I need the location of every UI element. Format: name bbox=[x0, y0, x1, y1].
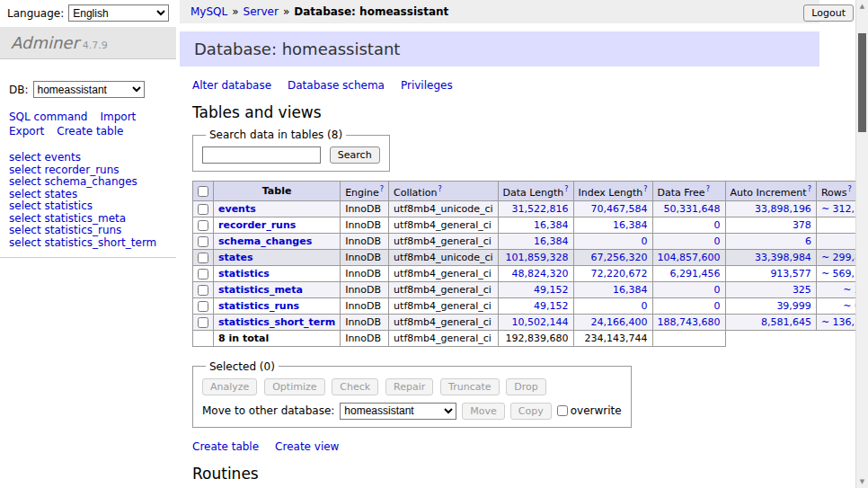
scrollbar[interactable]: ▲ ▼ bbox=[855, 0, 868, 488]
scroll-down-icon[interactable]: ▼ bbox=[856, 475, 868, 488]
data-free-link[interactable]: 50,331,648 bbox=[664, 203, 721, 215]
select-link[interactable]: select bbox=[9, 188, 41, 200]
data-free-link[interactable]: 188,743,680 bbox=[658, 316, 721, 328]
table-name-link[interactable]: events bbox=[218, 203, 256, 215]
help-icon[interactable]: ? bbox=[847, 185, 851, 193]
move-button[interactable]: Move bbox=[462, 403, 505, 420]
search-button[interactable]: Search bbox=[330, 146, 380, 164]
select-link[interactable]: select bbox=[9, 212, 41, 225]
auto-increment-link[interactable]: 8,581,645 bbox=[761, 316, 811, 328]
row-checkbox[interactable] bbox=[198, 253, 208, 263]
auto-increment-link[interactable]: 33,398,984 bbox=[755, 252, 811, 263]
index-length-link[interactable]: 72,220,672 bbox=[591, 268, 648, 279]
select-link[interactable]: select bbox=[9, 200, 41, 212]
scrollbar-thumb[interactable] bbox=[858, 33, 866, 132]
table-link[interactable]: statistics_short_term bbox=[44, 236, 156, 249]
privileges-link[interactable]: Privileges bbox=[401, 79, 453, 92]
row-checkbox[interactable] bbox=[198, 204, 208, 215]
help-icon[interactable]: ? bbox=[438, 185, 441, 193]
auto-increment-link[interactable]: 6 bbox=[805, 235, 811, 247]
alter-database-link[interactable]: Alter database bbox=[192, 79, 271, 92]
language-select[interactable]: English bbox=[68, 4, 169, 22]
table-name-link[interactable]: statistics bbox=[218, 268, 270, 279]
db-select[interactable]: homeassistant bbox=[33, 81, 145, 98]
analyze-button[interactable]: Analyze bbox=[202, 378, 257, 395]
auto-increment-link[interactable]: 378 bbox=[793, 219, 811, 231]
table-name-link[interactable]: schema_changes bbox=[218, 235, 312, 247]
row-checkbox[interactable] bbox=[198, 269, 208, 279]
database-schema-link[interactable]: Database schema bbox=[288, 79, 385, 92]
data-length-link[interactable]: 101,859,328 bbox=[506, 252, 569, 263]
help-icon[interactable]: ? bbox=[808, 185, 811, 193]
data-free-link[interactable]: 104,857,600 bbox=[658, 252, 721, 263]
breadcrumb-server-link[interactable]: Server bbox=[244, 5, 279, 18]
table-name-link[interactable]: states bbox=[218, 252, 253, 263]
data-length-link[interactable]: 49,152 bbox=[534, 284, 569, 296]
adminer-logo[interactable]: Adminer bbox=[11, 33, 79, 52]
scroll-up-icon[interactable]: ▲ bbox=[856, 0, 868, 13]
index-length-link[interactable]: 0 bbox=[642, 300, 648, 312]
table-link[interactable]: schema_changes bbox=[44, 175, 137, 188]
overwrite-checkbox[interactable] bbox=[557, 405, 568, 416]
auto-increment-link[interactable]: 325 bbox=[793, 284, 811, 296]
copy-button[interactable]: Copy bbox=[510, 403, 552, 420]
help-icon[interactable]: ? bbox=[564, 185, 568, 193]
index-length-link[interactable]: 16,384 bbox=[613, 219, 648, 231]
truncate-button[interactable]: Truncate bbox=[440, 378, 499, 395]
help-icon[interactable]: ? bbox=[643, 185, 647, 193]
data-free-link[interactable]: 0 bbox=[714, 235, 721, 247]
table-link[interactable]: events bbox=[44, 151, 80, 164]
index-length-link[interactable]: 0 bbox=[642, 235, 648, 247]
import-link[interactable]: Import bbox=[100, 111, 136, 123]
breadcrumb-mysql-link[interactable]: MySQL bbox=[190, 5, 227, 18]
select-link[interactable]: select bbox=[9, 151, 41, 164]
select-link[interactable]: select bbox=[9, 224, 41, 236]
data-length-link[interactable]: 10,502,144 bbox=[512, 316, 569, 328]
table-link[interactable]: states bbox=[44, 188, 77, 200]
index-length-link[interactable]: 67,256,320 bbox=[591, 252, 648, 263]
data-free-link[interactable]: 0 bbox=[714, 219, 721, 231]
create-table-link[interactable]: Create table bbox=[57, 125, 123, 138]
row-checkbox[interactable] bbox=[198, 236, 208, 247]
auto-increment-link[interactable]: 913,577 bbox=[770, 268, 811, 279]
row-checkbox[interactable] bbox=[198, 285, 208, 296]
export-link[interactable]: Export bbox=[9, 125, 44, 138]
auto-increment-link[interactable]: 39,999 bbox=[776, 300, 811, 312]
index-length-link[interactable]: 70,467,584 bbox=[591, 203, 648, 215]
data-length-link[interactable]: 16,384 bbox=[534, 235, 569, 247]
help-icon[interactable]: ? bbox=[380, 185, 384, 193]
select-link[interactable]: select bbox=[9, 164, 41, 176]
table-name-link[interactable]: statistics_meta bbox=[218, 284, 303, 296]
row-checkbox[interactable] bbox=[198, 220, 208, 231]
select-all-checkbox[interactable] bbox=[198, 186, 208, 197]
optimize-button[interactable]: Optimize bbox=[264, 378, 324, 395]
logout-button[interactable]: Logout bbox=[803, 4, 854, 22]
data-length-link[interactable]: 31,522,816 bbox=[512, 203, 569, 215]
table-name-link[interactable]: recorder_runs bbox=[218, 219, 296, 231]
check-button[interactable]: Check bbox=[332, 378, 378, 395]
index-length-link[interactable]: 16,384 bbox=[613, 284, 648, 296]
repair-button[interactable]: Repair bbox=[385, 378, 433, 395]
row-checkbox[interactable] bbox=[198, 317, 208, 328]
auto-increment-link[interactable]: 33,898,196 bbox=[755, 203, 811, 215]
data-length-link[interactable]: 49,152 bbox=[534, 300, 569, 312]
create-table-link-main[interactable]: Create table bbox=[192, 440, 259, 453]
drop-button[interactable]: Drop bbox=[506, 378, 545, 395]
data-free-link[interactable]: 0 bbox=[714, 300, 721, 312]
create-view-link[interactable]: Create view bbox=[275, 440, 339, 453]
help-icon[interactable]: ? bbox=[706, 185, 710, 193]
table-link[interactable]: statistics_meta bbox=[44, 212, 126, 225]
table-name-link[interactable]: statistics_short_term bbox=[218, 316, 335, 328]
index-length-link[interactable]: 24,166,400 bbox=[591, 316, 648, 328]
table-link[interactable]: statistics bbox=[44, 200, 93, 212]
row-checkbox[interactable] bbox=[198, 301, 208, 312]
data-free-link[interactable]: 6,291,456 bbox=[670, 268, 721, 279]
select-link[interactable]: select bbox=[9, 175, 41, 188]
move-db-select[interactable]: homeassistant bbox=[340, 403, 456, 420]
table-name-link[interactable]: statistics_runs bbox=[218, 300, 299, 312]
data-length-link[interactable]: 16,384 bbox=[534, 219, 569, 231]
table-link[interactable]: recorder_runs bbox=[44, 164, 119, 176]
data-length-link[interactable]: 48,824,320 bbox=[512, 268, 569, 279]
data-free-link[interactable]: 0 bbox=[714, 284, 721, 296]
sql-command-link[interactable]: SQL command bbox=[9, 111, 87, 123]
